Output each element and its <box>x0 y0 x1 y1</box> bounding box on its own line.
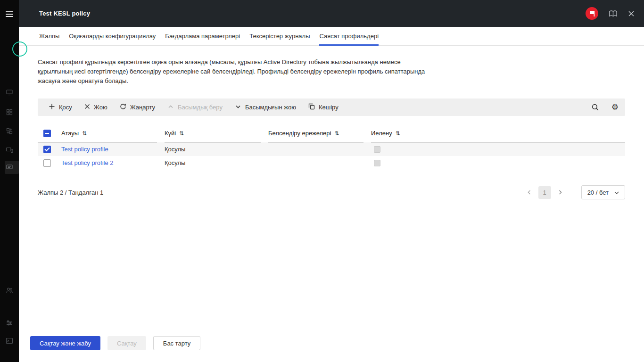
tab-scan-log[interactable]: Тексерістер журналы <box>249 27 310 45</box>
deprioritize-button-label: Басымдығын жою <box>245 104 296 111</box>
inheritance-checkbox <box>374 160 380 166</box>
monitoring-icon[interactable] <box>6 89 13 96</box>
copy-button[interactable]: Көшіру <box>302 99 345 116</box>
save-button: Сақтау <box>107 336 146 350</box>
policy-profile-link[interactable]: Test policy profile <box>61 146 108 153</box>
policy-window: Test KESL policy Жалпы Оқиғаларды конфиг… <box>19 0 644 362</box>
policies-icon[interactable] <box>6 164 13 171</box>
chevron-down-icon <box>235 104 241 111</box>
plus-icon <box>49 103 55 111</box>
help-book-icon[interactable] <box>609 10 618 17</box>
table-row: Test policy profile 2 Қосулы <box>38 156 625 170</box>
deprioritize-button[interactable]: Басымдығын жою <box>229 99 302 116</box>
sort-icon: ⇅ <box>179 130 184 137</box>
refresh-icon <box>120 103 126 111</box>
next-page-button[interactable] <box>557 189 563 196</box>
profiles-toolbar: Қосу Жою Жаңарту Басымдық беру Басымдығы… <box>38 99 625 116</box>
users-icon[interactable] <box>6 287 13 294</box>
sort-icon: ⇅ <box>334 130 339 137</box>
sort-icon: ⇅ <box>82 130 87 137</box>
page-size-value: 20 / бет <box>587 189 609 196</box>
kaspersky-logo-ring <box>12 41 27 57</box>
chevron-down-icon <box>614 189 619 196</box>
table-footer: Жалпы 2 / Таңдалған 1 1 20 / бет <box>38 185 625 199</box>
sort-icon: ⇅ <box>396 130 400 137</box>
page-number-button[interactable]: 1 <box>538 186 551 199</box>
column-header-status[interactable]: Күйі ⇅ <box>165 124 261 142</box>
table-row: Test policy profile Қосулы <box>38 142 625 156</box>
apps-icon[interactable] <box>6 127 13 135</box>
column-header-activation-rules-label: Белсендіру ережелері <box>268 130 331 137</box>
inheritance-checkbox <box>374 146 380 153</box>
delete-button[interactable]: Жою <box>78 99 114 116</box>
devices-icon[interactable] <box>6 146 13 154</box>
window-titlebar: Test KESL policy <box>19 0 644 27</box>
gear-icon[interactable]: ⚙ <box>611 103 619 111</box>
dialog-actions: Сақтау және жабу Сақтау Бас тарту <box>30 336 200 350</box>
copy-button-label: Көшіру <box>319 104 339 111</box>
column-header-activation-rules[interactable]: Белсендіру ережелері ⇅ <box>268 124 363 142</box>
x-icon <box>84 104 90 111</box>
menu-icon[interactable] <box>6 11 13 17</box>
select-all-checkbox[interactable] <box>43 130 51 137</box>
tab-general[interactable]: Жалпы <box>39 27 59 45</box>
tab-application-settings[interactable]: Бағдарлама параметрлері <box>165 27 240 45</box>
add-button[interactable]: Қосу <box>42 99 78 116</box>
description-text: Саясат профилі құрылғыда көрсетілген оқи… <box>38 58 430 86</box>
refresh-button[interactable]: Жаңарту <box>114 99 161 116</box>
row-checkbox[interactable] <box>43 146 51 153</box>
column-header-inheritance[interactable]: Иелену ⇅ <box>371 124 625 142</box>
policy-profiles-panel: Саясат профилі құрылғыда көрсетілген оқи… <box>19 46 644 199</box>
row-checkbox[interactable] <box>43 159 51 167</box>
tab-policy-profiles[interactable]: Саясат профильдері <box>319 27 379 45</box>
status-text: Қосулы <box>165 159 268 166</box>
cancel-button[interactable]: Бас тарту <box>153 336 200 350</box>
column-header-name[interactable]: Атауы ⇅ <box>61 124 157 142</box>
pagination: 1 20 / бет <box>526 185 625 199</box>
chevron-up-icon <box>167 104 174 111</box>
settings-sliders-icon[interactable] <box>6 319 13 327</box>
refresh-button-label: Жаңарту <box>130 104 155 111</box>
window-title: Test KESL policy <box>39 10 90 17</box>
policy-profile-link[interactable]: Test policy profile 2 <box>61 159 114 166</box>
tab-events-configuration[interactable]: Оқиғаларды конфигурациялау <box>69 27 156 45</box>
prev-page-button[interactable] <box>526 189 533 196</box>
delete-button-label: Жою <box>94 104 107 111</box>
column-header-name-label: Атауы <box>61 130 79 137</box>
tab-bar: Жалпы Оқиғаларды конфигурациялау Бағдарл… <box>19 27 644 46</box>
save-and-close-button[interactable]: Сақтау және жабу <box>30 336 100 350</box>
prioritize-button-label: Басымдық беру <box>178 104 223 111</box>
add-button-label: Қосу <box>59 104 72 111</box>
feedback-badge-icon[interactable] <box>586 7 598 20</box>
page-size-select[interactable]: 20 / бет <box>581 185 625 199</box>
profiles-table: Атауы ⇅ Күйі ⇅ Белсендіру ережелері ⇅ Ие… <box>38 124 625 170</box>
table-header-row: Атауы ⇅ Күйі ⇅ Белсендіру ережелері ⇅ Ие… <box>38 124 625 142</box>
selection-summary: Жалпы 2 / Таңдалған 1 <box>38 189 103 196</box>
search-icon[interactable] <box>591 103 599 111</box>
close-icon[interactable] <box>628 10 635 17</box>
copy-icon <box>308 103 315 111</box>
console-icon[interactable] <box>6 337 13 345</box>
column-header-inheritance-label: Иелену <box>371 130 392 137</box>
status-text: Қосулы <box>165 146 268 153</box>
prioritize-button: Басымдық беру <box>161 99 229 116</box>
dashboard-grid-icon[interactable] <box>6 108 13 116</box>
column-header-status-label: Күйі <box>165 130 176 137</box>
